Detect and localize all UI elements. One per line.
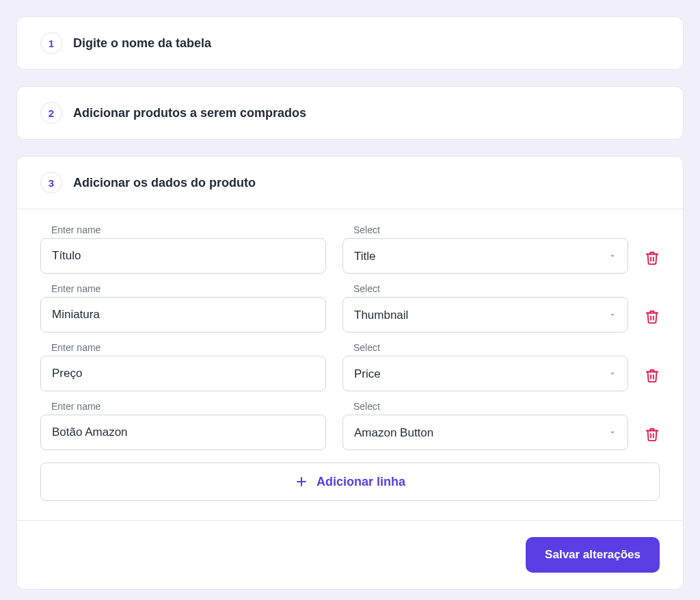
step-3-panel: 3 Adicionar os dados do produto Enter na… [16, 156, 684, 590]
panel-footer: Salvar alterações [17, 520, 683, 589]
select-label: Select [342, 224, 628, 235]
add-row-button[interactable]: Adicionar linha [40, 462, 660, 501]
name-label: Enter name [40, 342, 326, 353]
select-field: Select Title [342, 224, 628, 274]
select-label: Select [342, 342, 628, 353]
type-select[interactable]: Thumbnail [342, 297, 628, 332]
data-row: Enter name Select Amazon Button [40, 401, 660, 450]
plus-icon [295, 475, 308, 488]
name-label: Enter name [40, 283, 326, 294]
name-label: Enter name [40, 401, 326, 412]
trash-icon [645, 368, 660, 383]
data-row: Enter name Select Title [40, 224, 660, 274]
name-input[interactable] [40, 238, 326, 274]
name-field: Enter name [40, 283, 326, 332]
trash-icon [645, 309, 660, 324]
step-1-header[interactable]: 1 Digite o nome da tabela [17, 17, 683, 69]
step-2-header[interactable]: 2 Adicionar produtos a serem comprados [17, 87, 683, 139]
name-field: Enter name [40, 224, 326, 274]
data-row: Enter name Select Price [40, 342, 660, 391]
delete-row-button[interactable] [645, 301, 660, 332]
step-number-badge: 3 [40, 172, 62, 194]
name-input[interactable] [40, 356, 326, 391]
select-label: Select [342, 401, 628, 412]
type-select[interactable]: Title [342, 238, 628, 274]
step-1-panel: 1 Digite o nome da tabela [16, 16, 684, 70]
select-wrap: Title [342, 238, 628, 274]
data-row: Enter name Select Thumbnail [40, 283, 660, 332]
select-field: Select Price [342, 342, 628, 391]
select-wrap: Amazon Button [342, 415, 628, 450]
type-select[interactable]: Price [342, 356, 628, 391]
name-field: Enter name [40, 401, 326, 450]
delete-row-button[interactable] [645, 360, 660, 391]
name-label: Enter name [40, 224, 326, 235]
trash-icon [645, 250, 660, 265]
name-field: Enter name [40, 342, 326, 391]
step-2-panel: 2 Adicionar produtos a serem comprados [16, 86, 684, 140]
step-3-header[interactable]: 3 Adicionar os dados do produto [17, 157, 683, 209]
select-wrap: Thumbnail [342, 297, 628, 332]
step-3-body: Enter name Select Title [17, 209, 683, 520]
step-1-title: Digite o nome da tabela [73, 36, 211, 51]
select-wrap: Price [342, 356, 628, 391]
name-input[interactable] [40, 297, 326, 332]
save-button[interactable]: Salvar alterações [526, 537, 660, 573]
select-label: Select [342, 283, 628, 294]
type-select[interactable]: Amazon Button [342, 415, 628, 450]
name-input[interactable] [40, 415, 326, 450]
step-3-title: Adicionar os dados do produto [73, 176, 256, 190]
add-row-label: Adicionar linha [317, 475, 405, 489]
select-field: Select Thumbnail [342, 283, 628, 332]
select-field: Select Amazon Button [342, 401, 628, 450]
step-number-badge: 1 [40, 32, 62, 54]
trash-icon [645, 427, 660, 442]
step-number-badge: 2 [40, 102, 62, 124]
step-2-title: Adicionar produtos a serem comprados [73, 106, 306, 120]
delete-row-button[interactable] [645, 419, 660, 450]
delete-row-button[interactable] [645, 242, 660, 274]
